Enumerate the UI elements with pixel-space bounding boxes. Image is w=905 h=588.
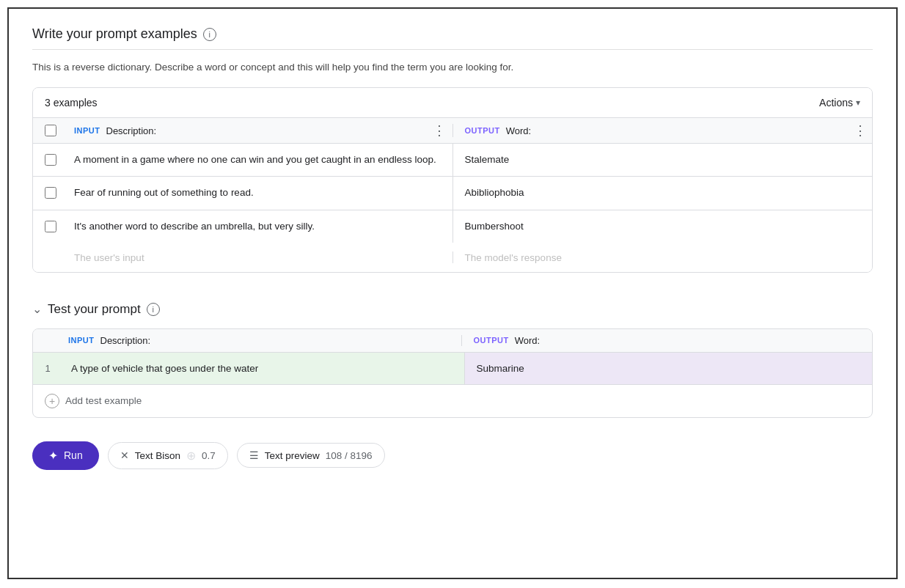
test-title-text: Test your prompt [48, 302, 141, 317]
run-button[interactable]: ✦ Run [32, 441, 99, 470]
examples-count: 3 examples [45, 97, 98, 109]
bottom-toolbar: ✦ Run ✕ Text Bison ⊕ 0.7 ☰ Text preview … [32, 433, 873, 470]
main-container: Write your prompt examples i This is a r… [7, 7, 898, 579]
add-test-icon: + [45, 394, 59, 408]
header-checkbox-col [33, 125, 68, 136]
test-output-field-name: Word: [515, 335, 540, 346]
row-output-cell-1[interactable]: Stalemate [453, 144, 849, 176]
input-column-menu-icon[interactable]: ⋮ [433, 124, 447, 137]
output-field-name: Word: [506, 125, 531, 136]
row-checkbox-col [33, 177, 68, 209]
model-temperature: 0.7 [202, 450, 216, 461]
placeholder-input-text: The user's input [74, 252, 144, 263]
placeholder-output-text: The model's response [465, 252, 562, 263]
examples-rows: A moment in a game where no one can win … [33, 144, 872, 243]
row-menu-2 [849, 177, 872, 209]
placeholder-input-cell[interactable]: The user's input [68, 251, 453, 263]
input-column-header: INPUT Description: ⋮ [68, 124, 453, 137]
title-divider [32, 49, 873, 50]
run-sparkle-icon: ✦ [48, 449, 58, 463]
output-column-menu: ⋮ [849, 124, 872, 137]
table-row: A moment in a game where no one can win … [33, 144, 872, 177]
test-section-title: ⌄ Test your prompt i [32, 302, 873, 317]
test-row-output-cell[interactable]: Submarine [465, 353, 873, 384]
model-selector-button[interactable]: ✕ Text Bison ⊕ 0.7 [108, 442, 228, 469]
row-output-cell-2[interactable]: Abibliophobia [453, 177, 849, 209]
row-input-cell-1[interactable]: A moment in a game where no one can win … [68, 144, 453, 176]
test-output-label: OUTPUT [474, 336, 509, 345]
test-input-field-name: Description: [100, 335, 151, 346]
test-input-column-header: INPUT Description: [62, 335, 462, 346]
test-section-info-icon[interactable]: i [147, 303, 160, 316]
row-checkbox-1[interactable] [45, 154, 56, 166]
row-checkbox-2[interactable] [45, 187, 56, 199]
add-test-row[interactable]: + Add test example [33, 385, 872, 417]
output-column-header: OUTPUT Word: [453, 125, 849, 136]
preview-count: 108 / 8196 [326, 450, 373, 461]
row-checkbox-3[interactable] [45, 221, 56, 232]
row-input-cell-3[interactable]: It's another word to describe an umbrell… [68, 210, 453, 243]
preview-lines-icon: ☰ [249, 449, 259, 461]
section-description: This is a reverse dictionary. Describe a… [32, 62, 873, 73]
preview-label: Text preview [265, 450, 320, 461]
model-name: Text Bison [135, 450, 180, 461]
placeholder-row: The user's input The model's response [33, 243, 872, 272]
actions-button[interactable]: Actions ▾ [819, 97, 860, 109]
test-output-column-header: OUTPUT Word: [462, 335, 873, 346]
test-box: INPUT Description: OUTPUT Word: 1 A type… [32, 328, 873, 418]
input-field-name: Description: [106, 125, 157, 136]
select-all-checkbox[interactable] [45, 125, 56, 136]
output-label: OUTPUT [465, 126, 500, 135]
prompt-examples-info-icon[interactable]: i [203, 28, 216, 41]
test-column-header-row: INPUT Description: OUTPUT Word: [33, 329, 872, 353]
output-column-menu-icon[interactable]: ⋮ [854, 124, 868, 137]
test-row-number: 1 [45, 363, 50, 374]
row-menu-1 [849, 144, 872, 176]
run-label: Run [64, 449, 83, 461]
row-menu-3 [849, 210, 872, 243]
row-checkbox-col [33, 144, 68, 176]
collapse-icon[interactable]: ⌄ [32, 302, 42, 316]
actions-chevron-icon: ▾ [856, 98, 860, 108]
temp-separator: ⊕ [186, 449, 196, 463]
actions-label: Actions [819, 97, 853, 109]
row-input-cell-2[interactable]: Fear of running out of something to read… [68, 177, 453, 209]
test-input-label: INPUT [68, 336, 95, 345]
row-output-cell-3[interactable]: Bumbershoot [453, 210, 849, 243]
table-row: It's another word to describe an umbrell… [33, 210, 872, 243]
input-label: INPUT [74, 126, 100, 135]
add-test-label: Add test example [65, 395, 142, 406]
placeholder-output-cell[interactable]: The model's response [453, 251, 849, 263]
section-title-text: Write your prompt examples [32, 26, 197, 42]
row-checkbox-col [33, 210, 68, 243]
table-row: Fear of running out of something to read… [33, 177, 872, 210]
test-section: ⌄ Test your prompt i INPUT Description: … [32, 302, 873, 418]
test-row-num: 1 [33, 353, 62, 384]
test-table-row: 1 A type of vehicle that goes under the … [33, 353, 872, 385]
text-preview-button[interactable]: ☰ Text preview 108 / 8196 [237, 443, 385, 468]
section-title: Write your prompt examples i [32, 26, 873, 42]
examples-header: 3 examples Actions ▾ [33, 88, 872, 118]
column-header-row: INPUT Description: ⋮ OUTPUT Word: ⋮ [33, 118, 872, 144]
examples-box: 3 examples Actions ▾ INPUT Description: … [32, 87, 873, 273]
model-icon: ✕ [120, 449, 129, 461]
test-row-input-cell[interactable]: A type of vehicle that goes under the wa… [62, 353, 465, 384]
